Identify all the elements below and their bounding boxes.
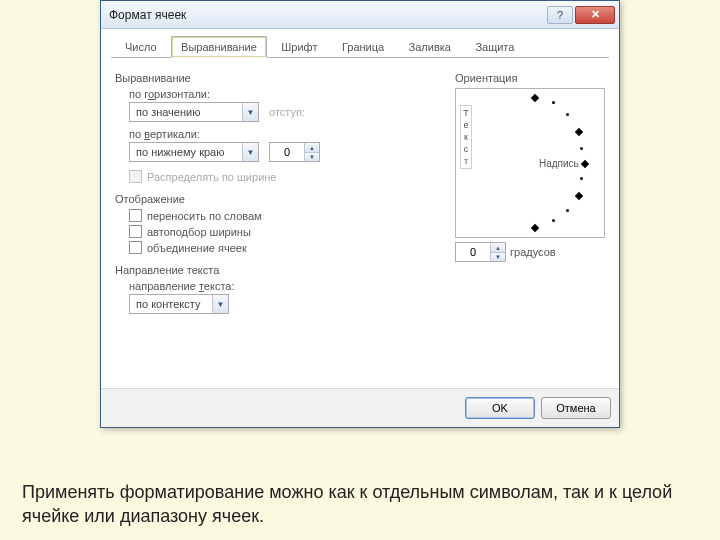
vert-value: по нижнему краю (130, 146, 230, 158)
horiz-dropdown[interactable]: по значению ▼ (129, 102, 259, 122)
diamond-icon (575, 128, 583, 136)
tab-number[interactable]: Число (115, 36, 167, 58)
indent-label: отступ: (269, 106, 305, 118)
merge-checkbox[interactable]: объединение ячеек (129, 241, 445, 254)
vert-dropdown[interactable]: по нижнему краю ▼ (129, 142, 259, 162)
spin-up-icon[interactable]: ▲ (491, 243, 505, 252)
dot-icon (580, 177, 583, 180)
horiz-value: по значению (130, 106, 206, 118)
degrees-label: градусов (510, 246, 556, 258)
help-button[interactable]: ? (547, 6, 573, 24)
distribute-checkbox: Распределять по ширине (129, 170, 445, 183)
tab-fill[interactable]: Заливка (399, 36, 461, 58)
vert-label: по вертикали: (129, 128, 445, 140)
diamond-icon (531, 224, 539, 232)
group-direction: Направление текста (115, 264, 445, 276)
dot-icon (580, 147, 583, 150)
shrink-label: автоподбор ширины (147, 226, 251, 238)
group-display: Отображение (115, 193, 445, 205)
degrees-spinner[interactable]: ▲ ▼ (455, 242, 506, 262)
spin-down-icon[interactable]: ▼ (305, 152, 319, 161)
shrink-checkbox[interactable]: автоподбор ширины (129, 225, 445, 238)
orientation-arc[interactable]: Надпись (480, 95, 598, 231)
tab-border[interactable]: Граница (332, 36, 394, 58)
indent-spinner[interactable]: ▲ ▼ (269, 142, 320, 162)
dot-icon (552, 101, 555, 104)
dialog-footer: OK Отмена (101, 388, 619, 427)
dot-icon (566, 113, 569, 116)
direction-label: направление текста: (129, 280, 445, 292)
chevron-down-icon: ▼ (242, 103, 258, 121)
horiz-label: по горизонтали: (129, 88, 445, 100)
diamond-icon (575, 192, 583, 200)
wrap-label: переносить по словам (147, 210, 262, 222)
degrees-input[interactable] (456, 243, 490, 261)
chevron-down-icon: ▼ (242, 143, 258, 161)
diamond-icon (531, 94, 539, 102)
checkbox-icon (129, 241, 142, 254)
window-title: Формат ячеек (109, 8, 186, 22)
cancel-button[interactable]: Отмена (541, 397, 611, 419)
orientation-control[interactable]: Т е к с т (455, 88, 605, 238)
checkbox-icon (129, 170, 142, 183)
tab-font[interactable]: Шрифт (271, 36, 327, 58)
direction-dropdown[interactable]: по контексту ▼ (129, 294, 229, 314)
format-cells-dialog: Формат ячеек ? ✕ Число Выравнивание Шриф… (100, 0, 620, 428)
titlebar[interactable]: Формат ячеек ? ✕ (101, 1, 619, 29)
close-button[interactable]: ✕ (575, 6, 615, 24)
dot-icon (552, 219, 555, 222)
tab-strip: Число Выравнивание Шрифт Граница Заливка… (111, 35, 609, 58)
vertical-text-button[interactable]: Т е к с т (460, 105, 472, 169)
ok-button[interactable]: OK (465, 397, 535, 419)
group-alignment: Выравнивание (115, 72, 445, 84)
slide-caption: Применять форматирование можно как к отд… (22, 480, 698, 529)
diamond-icon (581, 160, 589, 168)
checkbox-icon (129, 209, 142, 222)
tab-alignment[interactable]: Выравнивание (171, 36, 267, 58)
tab-protection[interactable]: Защита (465, 36, 524, 58)
chevron-down-icon: ▼ (212, 295, 228, 313)
distribute-label: Распределять по ширине (147, 171, 276, 183)
spin-up-icon[interactable]: ▲ (305, 143, 319, 152)
indent-input[interactable] (270, 143, 304, 161)
checkbox-icon (129, 225, 142, 238)
orientation-text-label: Надпись (539, 158, 579, 169)
merge-label: объединение ячеек (147, 242, 247, 254)
group-orientation: Ориентация (455, 72, 605, 84)
dot-icon (566, 209, 569, 212)
wrap-checkbox[interactable]: переносить по словам (129, 209, 445, 222)
direction-value: по контексту (130, 298, 206, 310)
spin-down-icon[interactable]: ▼ (491, 252, 505, 261)
